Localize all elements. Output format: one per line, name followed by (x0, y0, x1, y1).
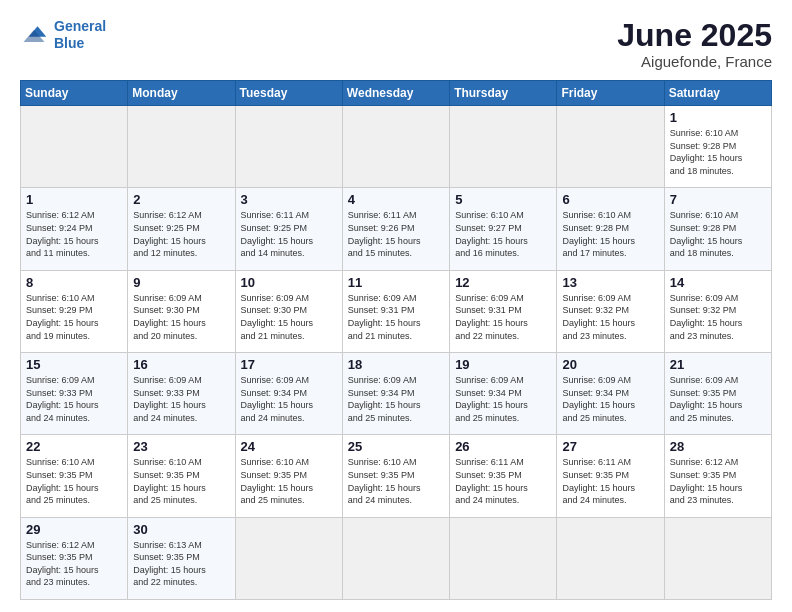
table-cell: 3Sunrise: 6:11 AMSunset: 9:25 PMDaylight… (235, 188, 342, 270)
day-info: Sunrise: 6:13 AMSunset: 9:35 PMDaylight:… (133, 539, 229, 589)
day-number: 30 (133, 522, 229, 537)
day-number: 10 (241, 275, 337, 290)
table-cell (342, 517, 449, 599)
table-cell (235, 517, 342, 599)
day-number: 15 (26, 357, 122, 372)
day-info: Sunrise: 6:09 AMSunset: 9:35 PMDaylight:… (670, 374, 766, 424)
day-number: 1 (26, 192, 122, 207)
table-cell: 19Sunrise: 6:09 AMSunset: 9:34 PMDayligh… (450, 353, 557, 435)
col-thursday: Thursday (450, 81, 557, 106)
day-info: Sunrise: 6:10 AMSunset: 9:35 PMDaylight:… (133, 456, 229, 506)
table-cell (21, 106, 128, 188)
table-cell (557, 517, 664, 599)
day-info: Sunrise: 6:11 AMSunset: 9:26 PMDaylight:… (348, 209, 444, 259)
table-cell: 8Sunrise: 6:10 AMSunset: 9:29 PMDaylight… (21, 270, 128, 352)
table-cell: 11Sunrise: 6:09 AMSunset: 9:31 PMDayligh… (342, 270, 449, 352)
logo-line1: General (54, 18, 106, 34)
table-cell (235, 106, 342, 188)
day-info: Sunrise: 6:12 AMSunset: 9:25 PMDaylight:… (133, 209, 229, 259)
day-number: 23 (133, 439, 229, 454)
day-info: Sunrise: 6:09 AMSunset: 9:30 PMDaylight:… (241, 292, 337, 342)
col-friday: Friday (557, 81, 664, 106)
day-number: 19 (455, 357, 551, 372)
day-number: 22 (26, 439, 122, 454)
table-cell: 23Sunrise: 6:10 AMSunset: 9:35 PMDayligh… (128, 435, 235, 517)
month-title: June 2025 (617, 18, 772, 53)
col-tuesday: Tuesday (235, 81, 342, 106)
day-number: 16 (133, 357, 229, 372)
day-number: 28 (670, 439, 766, 454)
day-number: 13 (562, 275, 658, 290)
day-info: Sunrise: 6:09 AMSunset: 9:32 PMDaylight:… (562, 292, 658, 342)
table-cell: 21Sunrise: 6:09 AMSunset: 9:35 PMDayligh… (664, 353, 771, 435)
day-number: 24 (241, 439, 337, 454)
day-info: Sunrise: 6:12 AMSunset: 9:35 PMDaylight:… (670, 456, 766, 506)
calendar-table: Sunday Monday Tuesday Wednesday Thursday… (20, 80, 772, 600)
table-cell: 16Sunrise: 6:09 AMSunset: 9:33 PMDayligh… (128, 353, 235, 435)
day-info: Sunrise: 6:10 AMSunset: 9:35 PMDaylight:… (348, 456, 444, 506)
day-info: Sunrise: 6:10 AMSunset: 9:28 PMDaylight:… (670, 209, 766, 259)
table-cell: 15Sunrise: 6:09 AMSunset: 9:33 PMDayligh… (21, 353, 128, 435)
day-number: 20 (562, 357, 658, 372)
table-cell (342, 106, 449, 188)
col-monday: Monday (128, 81, 235, 106)
day-number: 25 (348, 439, 444, 454)
table-cell: 14Sunrise: 6:09 AMSunset: 9:32 PMDayligh… (664, 270, 771, 352)
day-info: Sunrise: 6:09 AMSunset: 9:33 PMDaylight:… (133, 374, 229, 424)
table-cell: 9Sunrise: 6:09 AMSunset: 9:30 PMDaylight… (128, 270, 235, 352)
day-info: Sunrise: 6:09 AMSunset: 9:34 PMDaylight:… (241, 374, 337, 424)
col-wednesday: Wednesday (342, 81, 449, 106)
day-number: 8 (26, 275, 122, 290)
day-info: Sunrise: 6:12 AMSunset: 9:24 PMDaylight:… (26, 209, 122, 259)
day-info: Sunrise: 6:10 AMSunset: 9:28 PMDaylight:… (562, 209, 658, 259)
col-saturday: Saturday (664, 81, 771, 106)
logo-line2: Blue (54, 35, 84, 51)
table-cell (450, 517, 557, 599)
calendar-header-row: Sunday Monday Tuesday Wednesday Thursday… (21, 81, 772, 106)
table-cell: 6Sunrise: 6:10 AMSunset: 9:28 PMDaylight… (557, 188, 664, 270)
table-cell: 18Sunrise: 6:09 AMSunset: 9:34 PMDayligh… (342, 353, 449, 435)
week-row: 1Sunrise: 6:12 AMSunset: 9:24 PMDaylight… (21, 188, 772, 270)
day-info: Sunrise: 6:11 AMSunset: 9:35 PMDaylight:… (562, 456, 658, 506)
day-info: Sunrise: 6:09 AMSunset: 9:31 PMDaylight:… (348, 292, 444, 342)
logo: General Blue (20, 18, 106, 52)
day-info: Sunrise: 6:09 AMSunset: 9:32 PMDaylight:… (670, 292, 766, 342)
location-title: Aiguefonde, France (617, 53, 772, 70)
page: General Blue June 2025 Aiguefonde, Franc… (0, 0, 792, 612)
day-number: 6 (562, 192, 658, 207)
logo-text: General Blue (54, 18, 106, 52)
table-cell: 2Sunrise: 6:12 AMSunset: 9:25 PMDaylight… (128, 188, 235, 270)
title-block: June 2025 Aiguefonde, France (617, 18, 772, 70)
table-cell: 7Sunrise: 6:10 AMSunset: 9:28 PMDaylight… (664, 188, 771, 270)
week-row: 15Sunrise: 6:09 AMSunset: 9:33 PMDayligh… (21, 353, 772, 435)
table-cell: 30Sunrise: 6:13 AMSunset: 9:35 PMDayligh… (128, 517, 235, 599)
day-number: 9 (133, 275, 229, 290)
table-cell: 24Sunrise: 6:10 AMSunset: 9:35 PMDayligh… (235, 435, 342, 517)
table-cell: 27Sunrise: 6:11 AMSunset: 9:35 PMDayligh… (557, 435, 664, 517)
col-sunday: Sunday (21, 81, 128, 106)
day-number: 14 (670, 275, 766, 290)
week-row: 29Sunrise: 6:12 AMSunset: 9:35 PMDayligh… (21, 517, 772, 599)
day-info: Sunrise: 6:11 AMSunset: 9:35 PMDaylight:… (455, 456, 551, 506)
day-info: Sunrise: 6:09 AMSunset: 9:34 PMDaylight:… (455, 374, 551, 424)
table-cell: 10Sunrise: 6:09 AMSunset: 9:30 PMDayligh… (235, 270, 342, 352)
table-cell (664, 517, 771, 599)
day-info: Sunrise: 6:09 AMSunset: 9:30 PMDaylight:… (133, 292, 229, 342)
table-cell: 26Sunrise: 6:11 AMSunset: 9:35 PMDayligh… (450, 435, 557, 517)
logo-icon (20, 21, 48, 49)
day-number: 4 (348, 192, 444, 207)
day-number: 11 (348, 275, 444, 290)
day-number: 3 (241, 192, 337, 207)
table-cell: 4Sunrise: 6:11 AMSunset: 9:26 PMDaylight… (342, 188, 449, 270)
day-info: Sunrise: 6:10 AMSunset: 9:28 PMDaylight:… (670, 127, 766, 177)
day-info: Sunrise: 6:09 AMSunset: 9:34 PMDaylight:… (562, 374, 658, 424)
day-info: Sunrise: 6:10 AMSunset: 9:27 PMDaylight:… (455, 209, 551, 259)
day-number: 5 (455, 192, 551, 207)
day-info: Sunrise: 6:12 AMSunset: 9:35 PMDaylight:… (26, 539, 122, 589)
table-cell: 25Sunrise: 6:10 AMSunset: 9:35 PMDayligh… (342, 435, 449, 517)
table-cell: 12Sunrise: 6:09 AMSunset: 9:31 PMDayligh… (450, 270, 557, 352)
day-number: 12 (455, 275, 551, 290)
day-number: 1 (670, 110, 766, 125)
table-cell: 22Sunrise: 6:10 AMSunset: 9:35 PMDayligh… (21, 435, 128, 517)
table-cell: 20Sunrise: 6:09 AMSunset: 9:34 PMDayligh… (557, 353, 664, 435)
